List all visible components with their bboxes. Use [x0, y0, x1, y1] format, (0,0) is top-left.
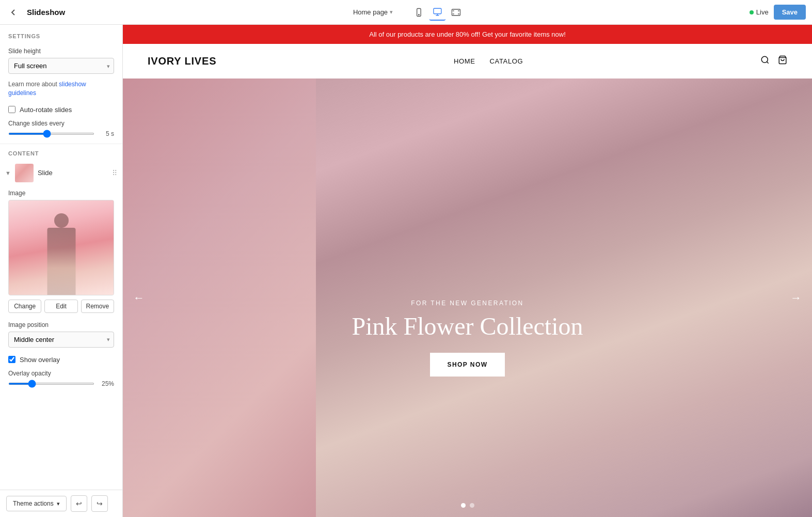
change-slides-slider-container: 5 s [8, 130, 114, 137]
auto-rotate-label[interactable]: Auto-rotate slides [20, 106, 72, 114]
overlay-opacity-slider[interactable] [8, 383, 94, 385]
redo-button[interactable]: ↪ [91, 495, 108, 512]
slide-next-button[interactable]: → [790, 291, 802, 305]
nav-home-link[interactable]: HOME [454, 57, 475, 65]
slide-expand-icon[interactable]: ▼ [5, 170, 11, 176]
announcement-bar: All of our products are under 80% off! G… [123, 25, 812, 44]
sidebar-scroll[interactable]: SETTINGS Slide height Full screen Adapt … [0, 25, 122, 490]
svg-point-4 [761, 56, 768, 62]
undo-button[interactable]: ↩ [71, 495, 87, 512]
slide-dots [461, 503, 474, 508]
image-position-select[interactable]: Top left Top center Top right Middle lef… [8, 332, 114, 348]
slide-height-select[interactable]: Full screen Adapt to first image 400px 5… [8, 58, 114, 74]
svg-rect-3 [452, 9, 460, 15]
sidebar: SETTINGS Slide height Full screen Adapt … [0, 25, 123, 517]
drag-handle-icon[interactable]: ⠿ [112, 169, 117, 177]
show-overlay-checkbox[interactable] [8, 356, 15, 363]
hero-subtitle: FOR THE NEW GENERATION [352, 300, 583, 307]
store-nav-icons [760, 55, 787, 67]
store-nav: HOME CATALOG [454, 57, 523, 65]
preview-frame: All of our products are under 80% off! G… [123, 25, 812, 517]
mobile-view-button[interactable] [410, 4, 427, 21]
nav-catalog-link[interactable]: CATALOG [490, 57, 523, 65]
device-icons [410, 4, 464, 21]
image-position-field: Image position Top left Top center Top r… [0, 317, 122, 352]
hero-cta-button[interactable]: SHOP NOW [430, 353, 505, 377]
back-button[interactable] [6, 5, 21, 20]
store-header: IVORY LIVES HOME CATALOG [123, 44, 812, 79]
image-actions: Change Edit Remove [8, 300, 114, 313]
top-bar: Slideshow Home page ▾ Live Save [0, 0, 812, 25]
overlay-opacity-slider-container: 25% [8, 380, 114, 387]
wide-view-button[interactable] [448, 4, 464, 21]
show-overlay-label[interactable]: Show overlay [20, 356, 60, 364]
content-section-label: CONTENT [0, 144, 122, 161]
slide-height-field: Slide height Full screen Adapt to first … [0, 43, 122, 78]
info-link: Learn more about slideshow guidelines [0, 78, 122, 102]
cart-icon[interactable] [778, 55, 787, 67]
slide-item[interactable]: ▼ Slide ⠿ [0, 161, 122, 185]
slide-thumb-image [15, 164, 34, 182]
slide-name-label: Slide [38, 169, 108, 177]
slide-dot-1[interactable] [461, 503, 466, 508]
image-section: Image Change Edit Remove [0, 185, 122, 317]
change-slides-slider[interactable] [8, 133, 94, 135]
overlay-opacity-value: 25% [100, 380, 114, 387]
image-preview-inner [9, 200, 114, 295]
desktop-view-button[interactable] [429, 4, 445, 21]
slide-dot-2[interactable] [470, 503, 474, 508]
canvas-area: All of our products are under 80% off! G… [123, 25, 812, 517]
sidebar-bottom: Theme actions ▾ ↩ ↪ [0, 490, 122, 517]
theme-actions-button[interactable]: Theme actions ▾ [6, 496, 67, 511]
auto-rotate-row: Auto-rotate slides [0, 102, 122, 118]
page-selector[interactable]: Home page ▾ [348, 5, 398, 19]
top-bar-center: Home page ▾ [348, 4, 464, 21]
image-remove-button[interactable]: Remove [81, 300, 114, 313]
store-logo: IVORY LIVES [148, 55, 216, 67]
slide-prev-button[interactable]: ← [133, 291, 145, 305]
slide-thumbnail [15, 164, 34, 182]
image-change-button[interactable]: Change [8, 300, 41, 313]
show-overlay-row: Show overlay [0, 352, 122, 368]
live-indicator: Live [750, 8, 769, 16]
change-slides-row: Change slides every 5 s [0, 118, 122, 142]
save-button[interactable]: Save [774, 5, 806, 20]
slide-height-select-wrapper: Full screen Adapt to first image 400px 5… [8, 58, 114, 74]
top-bar-right: Live Save [750, 5, 806, 20]
hero-model-figure [316, 79, 812, 517]
hero-slideshow: FOR THE NEW GENERATION Pink Flower Colle… [123, 79, 812, 517]
main-layout: SETTINGS Slide height Full screen Adapt … [0, 25, 812, 517]
image-edit-button[interactable]: Edit [44, 300, 77, 313]
overlay-opacity-row: Overlay opacity 25% [0, 368, 122, 391]
svg-point-1 [418, 14, 419, 15]
settings-section-label: SETTINGS [0, 25, 122, 43]
store-preview: All of our products are under 80% off! G… [123, 25, 812, 517]
image-position-label: Image position [8, 321, 114, 328]
overlay-opacity-label: Overlay opacity [8, 370, 114, 377]
hero-content: FOR THE NEW GENERATION Pink Flower Colle… [352, 300, 583, 377]
change-slides-value: 5 s [100, 130, 114, 137]
hero-title: Pink Flower Collection [352, 312, 583, 340]
image-preview [8, 200, 114, 295]
change-slides-label: Change slides every [8, 120, 114, 127]
auto-rotate-checkbox[interactable] [8, 106, 15, 113]
svg-rect-2 [434, 8, 441, 14]
theme-actions-chevron-icon: ▾ [57, 500, 60, 507]
image-label: Image [8, 190, 114, 197]
image-position-select-wrapper: Top left Top center Top right Middle lef… [8, 332, 114, 348]
live-dot [750, 10, 754, 14]
slide-height-label: Slide height [8, 48, 114, 55]
search-icon[interactable] [760, 55, 770, 67]
